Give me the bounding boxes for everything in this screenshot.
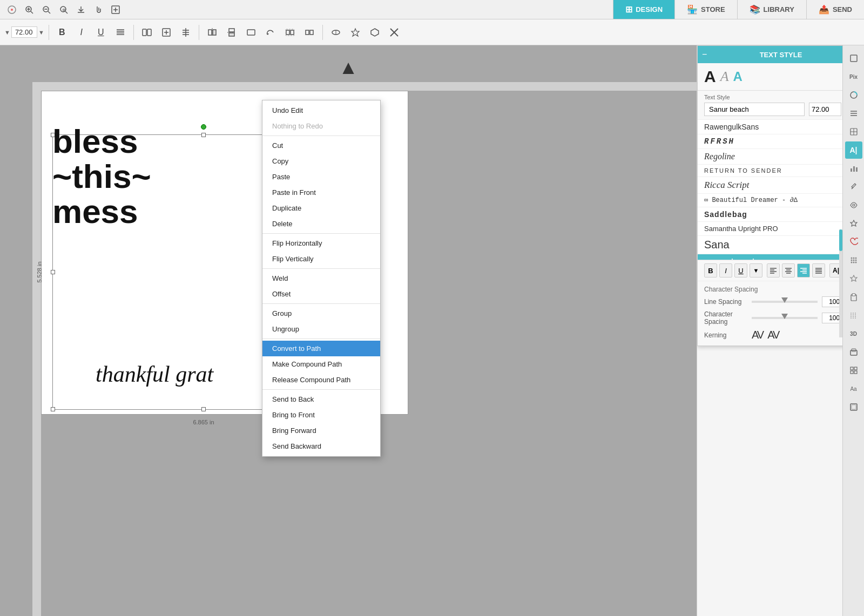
- sidebar-tools-icon[interactable]: [845, 178, 862, 195]
- ctx-flip-v[interactable]: Flip Vertically: [262, 251, 380, 267]
- font-item-beautiful-dreamer[interactable]: ∞ Beautiful Dreamer - ∂∆: [698, 194, 864, 207]
- font-item-ricca[interactable]: Ricca Script: [698, 177, 864, 194]
- ctx-offset[interactable]: Offset: [262, 286, 380, 302]
- sidebar-pixel-icon[interactable]: Pix: [845, 68, 862, 85]
- kerning-display[interactable]: AV: [752, 329, 763, 341]
- sidebar-favorite-icon[interactable]: [845, 270, 862, 287]
- sidebar-linetype-icon[interactable]: [845, 105, 862, 122]
- line-spacing-slider[interactable]: [752, 301, 818, 303]
- ctx-flip-h[interactable]: Flip Horizontally: [262, 235, 380, 251]
- star-button[interactable]: [347, 24, 364, 41]
- group-button[interactable]: [281, 24, 299, 41]
- sidebar-color-icon[interactable]: [845, 86, 862, 104]
- ctx-copy[interactable]: Copy: [262, 153, 380, 169]
- sidebar-star-icon[interactable]: [845, 215, 862, 232]
- font-size-input[interactable]: [809, 103, 841, 116]
- sidebar-eye-icon[interactable]: [845, 197, 862, 214]
- tab-design[interactable]: ⊞ DESIGN: [613, 0, 674, 19]
- effects-button[interactable]: [327, 24, 345, 41]
- delete-button[interactable]: [386, 24, 403, 41]
- underline-button[interactable]: U: [92, 24, 110, 41]
- sidebar-heart-icon[interactable]: [845, 233, 862, 251]
- ctx-weld[interactable]: Weld: [262, 270, 380, 286]
- zoom-out-icon[interactable]: [39, 2, 54, 17]
- columns-button[interactable]: [138, 24, 156, 41]
- thankful-text[interactable]: thankful grat: [96, 361, 213, 387]
- ctx-send-backward[interactable]: Send Backward: [262, 438, 380, 454]
- font-style-script-icon[interactable]: A: [720, 69, 729, 85]
- sidebar-chart-icon[interactable]: [845, 160, 862, 177]
- hand-tool-icon[interactable]: [91, 2, 106, 17]
- font-item-refresh[interactable]: RFRSH: [698, 134, 864, 149]
- ctx-convert-to-path[interactable]: Convert to Path: [262, 341, 380, 356]
- download-icon[interactable]: [73, 2, 89, 17]
- ctx-bring-to-front[interactable]: Bring to Front: [262, 407, 380, 423]
- align-right-button[interactable]: [797, 263, 810, 277]
- align-justify-button[interactable]: [112, 24, 129, 41]
- underline-dropdown[interactable]: ▼: [750, 263, 762, 277]
- home-icon[interactable]: [4, 2, 19, 17]
- font-style-teal-icon[interactable]: A: [733, 69, 742, 84]
- handle-bottom-mid[interactable]: [201, 407, 206, 411]
- font-item-saddlebag[interactable]: Saddlebag: [698, 207, 864, 222]
- ctx-cut[interactable]: Cut: [262, 138, 380, 153]
- ctx-send-to-back[interactable]: Send to Back: [262, 391, 380, 407]
- ctx-delete[interactable]: Delete: [262, 216, 380, 232]
- ctx-duplicate[interactable]: Duplicate: [262, 200, 380, 216]
- font-item-return-to-sender[interactable]: RETURN TO SENDER: [698, 165, 864, 177]
- sidebar-clipboard-icon[interactable]: [845, 288, 862, 306]
- panel-minimize-button[interactable]: −: [702, 50, 707, 59]
- 3d-button[interactable]: [366, 24, 383, 41]
- sidebar-grid-icon[interactable]: [845, 362, 862, 379]
- ctx-undo-edit[interactable]: Undo Edit: [262, 103, 380, 118]
- handle-top-mid[interactable]: [201, 133, 206, 137]
- font-size-value[interactable]: 72.00: [11, 26, 37, 38]
- align-justify-format-button[interactable]: [812, 263, 825, 277]
- italic-format-button[interactable]: I: [719, 263, 732, 277]
- line-spacing-thumb[interactable]: [781, 297, 788, 303]
- ctx-make-compound-path[interactable]: Make Compound Path: [262, 356, 380, 372]
- zoom-in-icon[interactable]: [22, 2, 37, 17]
- bold-button[interactable]: B: [53, 24, 71, 41]
- font-style-a-icon[interactable]: A: [704, 67, 716, 86]
- ctx-ungroup[interactable]: Ungroup: [262, 321, 380, 337]
- rotate-handle[interactable]: [201, 124, 206, 130]
- ctx-release-compound-path[interactable]: Release Compound Path: [262, 372, 380, 388]
- align-center-button[interactable]: [782, 263, 795, 277]
- font-item-regoline[interactable]: Regoline: [698, 149, 864, 165]
- handle-left-mid[interactable]: [51, 270, 55, 274]
- ctx-paste[interactable]: Paste: [262, 169, 380, 185]
- ctx-paste-in-front[interactable]: Paste in Front: [262, 185, 380, 200]
- center-button[interactable]: [177, 24, 194, 41]
- char-spacing-slider[interactable]: [752, 317, 818, 319]
- sidebar-shape2-icon[interactable]: [845, 343, 862, 361]
- sidebar-shapes-icon[interactable]: [845, 50, 862, 67]
- ctx-group[interactable]: Group: [262, 306, 380, 321]
- flip-h-button[interactable]: [204, 24, 221, 41]
- char-spacing-thumb[interactable]: [781, 314, 788, 319]
- rotate-button[interactable]: [262, 24, 279, 41]
- flip-v-button[interactable]: [223, 24, 240, 41]
- tab-library[interactable]: 📚 LIBRARY: [737, 0, 806, 19]
- sidebar-dots-icon[interactable]: [845, 252, 862, 269]
- sidebar-pattern-icon[interactable]: [845, 307, 862, 324]
- sidebar-text-size-icon[interactable]: Aa: [845, 380, 862, 397]
- sidebar-warp-icon[interactable]: [845, 123, 862, 140]
- tab-store[interactable]: 🏪 STORE: [674, 0, 737, 19]
- sidebar-text-icon[interactable]: A|: [845, 141, 862, 159]
- bold-format-button[interactable]: B: [704, 263, 717, 277]
- ctx-bring-forward[interactable]: Bring Forward: [262, 423, 380, 438]
- sidebar-3d-icon[interactable]: 3D: [845, 325, 862, 342]
- ungroup-button[interactable]: [301, 24, 318, 41]
- tab-send[interactable]: 📤 SEND: [806, 0, 864, 19]
- font-item-rawengulk[interactable]: RawengulkSans: [698, 120, 864, 134]
- add-icon[interactable]: [108, 2, 123, 17]
- font-name-input[interactable]: [704, 103, 805, 116]
- align-left-button[interactable]: [767, 263, 780, 277]
- zoom-fit-icon[interactable]: ⊕: [56, 2, 71, 17]
- sidebar-contour-icon[interactable]: [845, 398, 862, 416]
- handle-bottom-left[interactable]: [51, 407, 55, 411]
- underline-format-button[interactable]: U: [734, 263, 747, 277]
- add-text-button[interactable]: [158, 24, 175, 41]
- resize-button[interactable]: [242, 24, 260, 41]
